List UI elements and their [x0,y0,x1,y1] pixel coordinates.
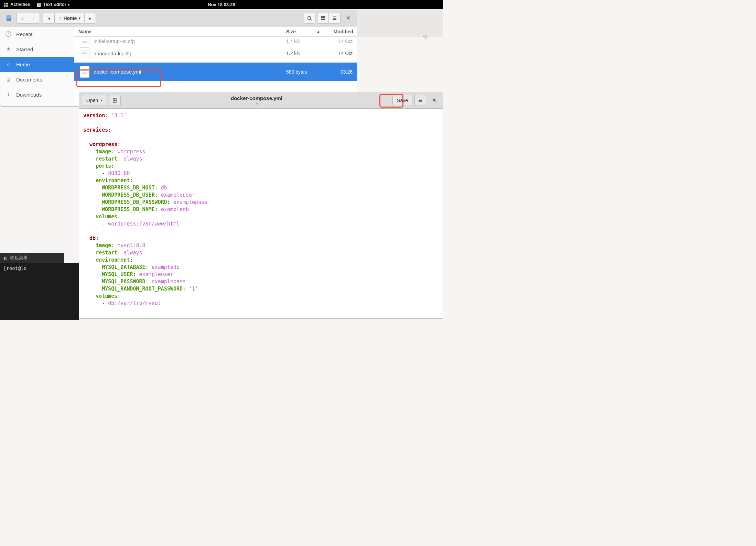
editor-toolbar: Open ▾ docker-compose.yml ~/ Save ✕ [79,92,443,109]
svg-rect-1 [6,3,8,4]
close-window-button[interactable]: ✕ [428,95,440,106]
terminal-prompt: [root@lo [3,265,26,271]
column-modified[interactable]: Modified [322,29,357,34]
download-icon: ⤓ [5,91,11,98]
path-child-button[interactable]: ▸ [84,13,96,24]
svg-rect-14 [321,16,323,18]
back-button[interactable]: ‹ [17,13,28,24]
hamburger-icon [332,16,337,21]
svg-rect-11 [7,19,10,19]
sidebar-item-music[interactable]: ♫Music [0,102,74,106]
svg-rect-8 [7,15,11,21]
sidebar-item-documents[interactable]: 🗎Documents [0,72,74,87]
text-editor-window: Open ▾ docker-compose.yml ~/ Save ✕ vers… [79,92,443,319]
editor-content[interactable]: version: '3.1' services: wordpress: imag… [79,109,443,318]
path-parent-button[interactable]: ◂ [43,13,55,24]
text-editor-icon [36,2,41,7]
sidebar-item-downloads[interactable]: ⤓Downloads [0,87,74,102]
sidebar-item-label: Documents [16,77,42,83]
home-icon: ⌂ [5,62,11,67]
path-home-button[interactable]: ⌂ Home ▾ [55,13,84,24]
file-icon [80,66,89,78]
editor-title: docker-compose.yml ~/ [123,95,390,105]
files-app-icon[interactable] [3,13,15,24]
column-size[interactable]: Size▴ [286,29,322,34]
svg-rect-17 [323,19,325,20]
sidebar-item-home[interactable]: ⌂Home [0,57,74,72]
new-tab-button[interactable] [109,95,121,106]
sidebar-item-starred[interactable]: ★Starred [0,42,74,57]
view-grid-button[interactable] [317,13,329,24]
gnome-topbar: Activities Text Editor▾ Nov 18 03:26 [0,0,443,9]
svg-point-12 [308,16,311,19]
file-row-selected[interactable]: docker-compose.yml 580 bytes 03:26 [74,63,357,81]
svg-rect-2 [4,5,6,7]
svg-rect-0 [4,3,6,4]
hamburger-menu-button[interactable] [414,95,426,106]
bookmark-star-icon[interactable]: ☆ [422,33,428,41]
file-icon [80,38,89,44]
sidebar-item-label: Downloads [16,92,42,98]
forward-button[interactable]: › [28,13,40,24]
file-row[interactable]: initial-setup-ks.cfg 1.4 kB 14 Oct [74,37,357,44]
save-button[interactable]: Save [392,95,412,106]
svg-rect-15 [323,16,325,18]
home-icon: ⌂ [58,15,61,21]
file-icon [80,47,89,59]
files-toolbar: ‹ › ◂ ⌂ Home ▾ ▸ ✕ [0,10,357,26]
star-icon: ★ [5,46,11,52]
chevron-down-icon: ▾ [101,98,102,102]
collapse-icon: ◐ [3,255,7,261]
svg-rect-9 [7,17,11,17]
svg-line-13 [311,19,312,20]
svg-rect-16 [321,19,323,20]
svg-rect-3 [6,5,8,7]
background-window [357,10,443,37]
files-sidebar: 🕘Recent ★Starred ⌂Home 🗎Documents ⤓Downl… [0,26,74,106]
sidebar-item-label: Recent [16,31,33,37]
sidebar-item-label: Starred [16,46,33,52]
clock[interactable]: Nov 18 03:26 [208,2,235,7]
open-button[interactable]: Open ▾ [82,95,107,106]
terminal-tab[interactable]: ◐ [0,253,64,263]
sidebar-item-label: Home [16,62,30,67]
column-name[interactable]: Name [74,29,286,34]
document-icon: 🗎 [5,77,11,83]
app-menu[interactable]: Text Editor▾ [36,2,69,7]
sidebar-item-recent[interactable]: 🕘Recent [0,26,74,42]
search-button[interactable] [304,13,315,24]
clock-icon: 🕘 [5,31,11,37]
sort-asc-icon: ▴ [317,29,320,34]
activities-icon [3,2,8,7]
chevron-down-icon: ▾ [79,16,80,20]
new-document-icon [112,98,118,103]
terminal-window[interactable]: [root@lo [0,263,79,320]
close-window-button[interactable]: ✕ [342,13,354,24]
svg-rect-4 [37,3,41,7]
chevron-down-icon: ▾ [68,3,69,7]
svg-rect-10 [7,18,11,18]
file-row[interactable]: anaconda-ks.cfg 1.2 kB 14 Oct [74,44,357,63]
file-list-header[interactable]: Name Size▴ Modified [74,26,357,37]
activities-button[interactable]: Activities [3,2,30,7]
grid-icon [321,16,325,21]
search-icon [307,15,312,21]
view-menu-button[interactable] [329,13,341,24]
hamburger-icon [418,98,423,103]
